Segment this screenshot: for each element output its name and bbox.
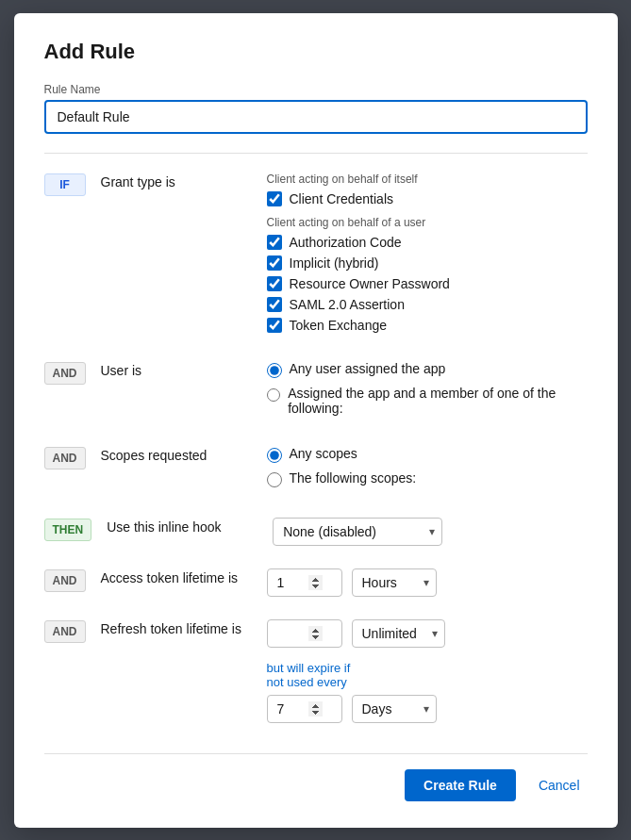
credentials-checkbox-item: Client Credentials <box>267 191 588 206</box>
grant-type-row: IF Grant type is Client acting on behalf… <box>44 173 588 338</box>
access-token-inputs: Hours Minutes Days <box>267 568 588 597</box>
any-user-radio[interactable] <box>267 363 282 378</box>
specific-scopes-label: The following scopes: <box>290 470 417 486</box>
resource-owner-checkbox-item: Resource Owner Password <box>267 276 588 291</box>
rule-name-input[interactable] <box>44 100 588 134</box>
resource-owner-label: Resource Owner Password <box>290 276 450 291</box>
user-and-badge: AND <box>44 362 86 385</box>
saml-checkbox[interactable] <box>267 297 282 312</box>
inline-hook-label: Use this inline hook <box>107 518 257 535</box>
access-token-content: Hours Minutes Days <box>267 568 588 597</box>
user-label: User is <box>101 361 252 378</box>
divider-1 <box>44 153 588 154</box>
implicit-checkbox[interactable] <box>267 255 282 271</box>
refresh-token-and-badge: AND <box>44 620 86 643</box>
auth-code-checkbox[interactable] <box>267 235 282 250</box>
expire-number-wrapper <box>267 695 342 723</box>
access-token-and-badge: AND <box>44 569 86 592</box>
token-exchange-checkbox[interactable] <box>267 318 282 333</box>
any-user-label: Any user assigned the app <box>290 361 446 376</box>
grant-type-content: Client acting on behalf of itself Client… <box>267 173 588 338</box>
expire-text-2: not used every <box>267 675 347 689</box>
access-token-unit-select[interactable]: Hours Minutes Days <box>352 568 437 597</box>
implicit-checkbox-item: Implicit (hybrid) <box>267 255 588 271</box>
specific-scopes-radio[interactable] <box>267 472 282 487</box>
cancel-button[interactable]: Cancel <box>531 769 588 801</box>
refresh-token-unit-wrapper: Unlimited Hours Minutes Days <box>352 619 445 648</box>
access-token-row: AND Access token lifetime is Hours Minut… <box>44 568 588 597</box>
token-exchange-label: Token Exchange <box>290 318 388 333</box>
expire-unit-select[interactable]: Days Hours Minutes <box>352 695 437 723</box>
auth-code-checkbox-item: Authorization Code <box>267 235 588 250</box>
refresh-token-unit-select[interactable]: Unlimited Hours Minutes Days <box>352 619 445 648</box>
access-token-label: Access token lifetime is <box>101 568 252 585</box>
member-user-radio[interactable] <box>267 387 281 403</box>
scopes-content: Any scopes The following scopes: <box>267 446 588 495</box>
access-token-number-wrapper <box>267 568 342 597</box>
expire-section: but will expire if not used every Days H… <box>267 661 588 723</box>
refresh-token-number-input[interactable] <box>267 619 342 648</box>
saml-label: SAML 2.0 Assertion <box>290 297 405 312</box>
client-user-header: Client acting on behalf of a user <box>267 216 588 229</box>
create-rule-button[interactable]: Create Rule <box>405 769 516 801</box>
inline-hook-row: THEN Use this inline hook None (disabled… <box>44 518 588 546</box>
then-badge: THEN <box>44 519 92 541</box>
inline-hook-select-wrapper: None (disabled) <box>273 518 442 546</box>
token-exchange-checkbox-item: Token Exchange <box>267 318 588 333</box>
scopes-row: AND Scopes requested Any scopes The foll… <box>44 446 588 495</box>
specific-scopes-radio-item: The following scopes: <box>267 470 588 487</box>
modal: Add Rule Rule Name IF Grant type is Clie… <box>14 13 618 828</box>
credentials-checkbox[interactable] <box>267 191 282 206</box>
expire-inputs: Days Hours Minutes <box>267 695 588 723</box>
any-scopes-radio-item: Any scopes <box>267 446 588 463</box>
saml-checkbox-item: SAML 2.0 Assertion <box>267 297 588 312</box>
user-content: Any user assigned the app Assigned the a… <box>267 361 588 423</box>
refresh-token-content: Unlimited Hours Minutes Days but will ex… <box>267 619 588 723</box>
if-badge: IF <box>44 173 86 196</box>
expire-text-1: but will expire if <box>267 661 351 675</box>
scopes-and-badge: AND <box>44 447 86 469</box>
any-scopes-label: Any scopes <box>290 446 357 461</box>
implicit-label: Implicit (hybrid) <box>290 255 379 271</box>
resource-owner-checkbox[interactable] <box>267 276 282 291</box>
refresh-token-label: Refresh token lifetime is <box>101 619 252 636</box>
scopes-label: Scopes requested <box>101 446 252 463</box>
grant-type-label: Grant type is <box>101 173 252 189</box>
refresh-token-inputs: Unlimited Hours Minutes Days <box>267 619 588 648</box>
any-user-radio-item: Any user assigned the app <box>267 361 588 378</box>
inline-hook-select[interactable]: None (disabled) <box>273 518 442 546</box>
access-token-number-input[interactable] <box>267 568 342 597</box>
credentials-label: Client Credentials <box>290 191 394 206</box>
inline-hook-content: None (disabled) <box>273 518 587 546</box>
modal-overlay: Add Rule Rule Name IF Grant type is Clie… <box>0 0 631 840</box>
refresh-token-row: AND Refresh token lifetime is Unlimited … <box>44 619 588 723</box>
rule-name-label: Rule Name <box>44 83 588 96</box>
refresh-token-number-wrapper <box>267 619 342 648</box>
access-token-unit-wrapper: Hours Minutes Days <box>352 568 437 597</box>
expire-unit-wrapper: Days Hours Minutes <box>352 695 437 723</box>
modal-title: Add Rule <box>44 40 588 64</box>
member-user-label: Assigned the app and a member of one of … <box>288 386 587 416</box>
expire-number-input[interactable] <box>267 695 342 723</box>
modal-footer: Create Rule Cancel <box>44 753 588 801</box>
any-scopes-radio[interactable] <box>267 448 282 463</box>
member-user-radio-item: Assigned the app and a member of one of … <box>267 386 588 416</box>
auth-code-label: Authorization Code <box>290 235 402 250</box>
client-itself-header: Client acting on behalf of itself <box>267 173 588 186</box>
expire-text: but will expire if not used every <box>267 661 588 689</box>
user-row: AND User is Any user assigned the app As… <box>44 361 588 423</box>
